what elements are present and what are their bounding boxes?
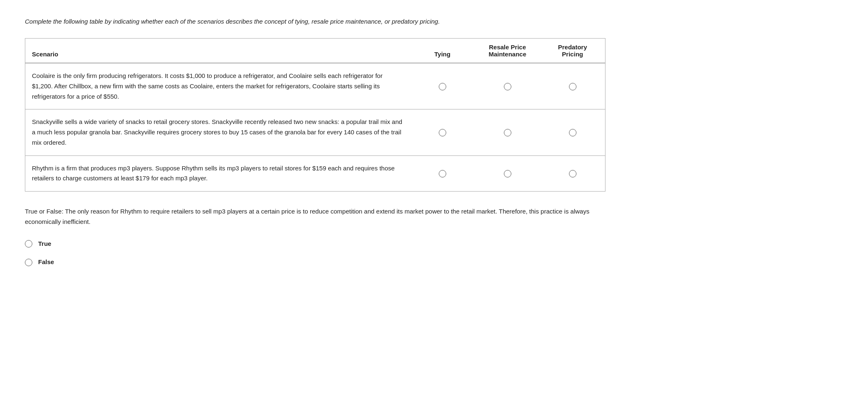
radio-cell-row1-tying[interactable] [410, 63, 475, 109]
radio-cell-row1-predatory[interactable] [540, 63, 605, 109]
radio-cell-row2-tying[interactable] [410, 109, 475, 155]
radio-row3-predatory[interactable] [569, 170, 576, 177]
scenario-table-wrapper: Scenario Tying Resale PriceMaintenance P… [25, 38, 605, 192]
radio-row1-tying[interactable] [439, 83, 446, 90]
radio-row3-resale[interactable] [504, 170, 511, 177]
header-resale: Resale PriceMaintenance [475, 39, 540, 63]
radio-cell-row2-predatory[interactable] [540, 109, 605, 155]
table-row: Snackyville sells a wide variety of snac… [25, 109, 605, 155]
false-option[interactable]: False [25, 257, 605, 267]
radio-row2-resale[interactable] [504, 129, 511, 136]
radio-true[interactable] [25, 240, 32, 248]
header-tying: Tying [410, 39, 475, 63]
radio-cell-row2-resale[interactable] [475, 109, 540, 155]
table-row: Rhythm is a firm that produces mp3 playe… [25, 155, 605, 191]
false-label: False [38, 257, 54, 267]
true-false-section: True or False: The only reason for Rhyth… [25, 206, 605, 267]
scenario-table: Scenario Tying Resale PriceMaintenance P… [25, 39, 605, 191]
radio-row1-predatory[interactable] [569, 83, 576, 90]
radio-cell-row3-resale[interactable] [475, 155, 540, 191]
scenario-text-row1: Coolaire is the only firm producing refr… [25, 63, 410, 109]
true-option[interactable]: True [25, 239, 605, 249]
instructions: Complete the following table by indicati… [25, 17, 564, 27]
radio-row1-resale[interactable] [504, 83, 511, 90]
scenario-text-row2: Snackyville sells a wide variety of snac… [25, 109, 410, 155]
table-row: Coolaire is the only firm producing refr… [25, 63, 605, 109]
true-false-question: True or False: The only reason for Rhyth… [25, 206, 605, 227]
scenario-text-row3: Rhythm is a firm that produces mp3 playe… [25, 155, 410, 191]
header-scenario: Scenario [25, 39, 410, 63]
radio-cell-row3-tying[interactable] [410, 155, 475, 191]
radio-cell-row3-predatory[interactable] [540, 155, 605, 191]
radio-row3-tying[interactable] [439, 170, 446, 177]
radio-false[interactable] [25, 259, 32, 266]
header-predatory: PredatoryPricing [540, 39, 605, 63]
radio-row2-predatory[interactable] [569, 129, 576, 136]
true-label: True [38, 239, 51, 249]
radio-row2-tying[interactable] [439, 129, 446, 136]
radio-cell-row1-resale[interactable] [475, 63, 540, 109]
